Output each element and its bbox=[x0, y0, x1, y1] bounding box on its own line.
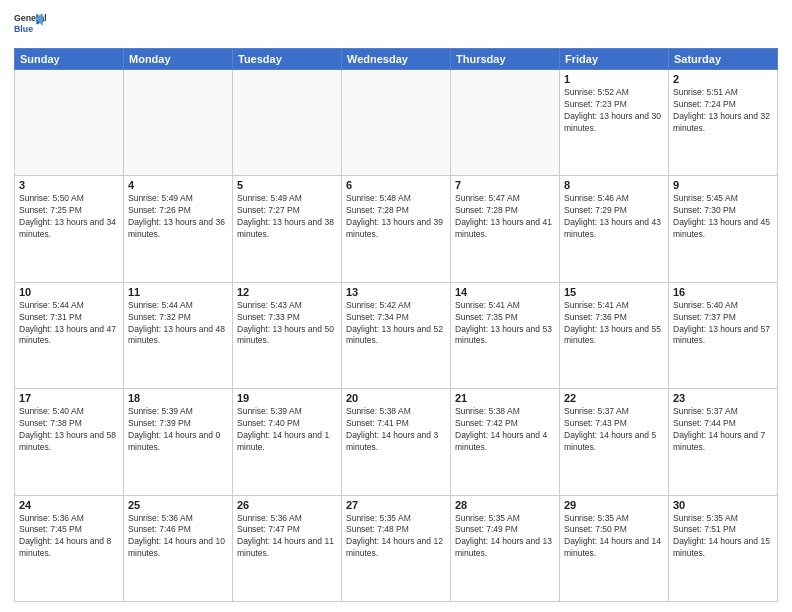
day-header-friday: Friday bbox=[560, 49, 669, 70]
calendar-cell bbox=[124, 70, 233, 176]
day-info: Sunrise: 5:39 AM Sunset: 7:39 PM Dayligh… bbox=[128, 406, 228, 454]
calendar-table: SundayMondayTuesdayWednesdayThursdayFrid… bbox=[14, 48, 778, 602]
day-number: 14 bbox=[455, 286, 555, 298]
calendar-cell: 17Sunrise: 5:40 AM Sunset: 7:38 PM Dayli… bbox=[15, 389, 124, 495]
calendar-cell: 26Sunrise: 5:36 AM Sunset: 7:47 PM Dayli… bbox=[233, 495, 342, 601]
day-number: 15 bbox=[564, 286, 664, 298]
calendar-cell: 13Sunrise: 5:42 AM Sunset: 7:34 PM Dayli… bbox=[342, 282, 451, 388]
day-info: Sunrise: 5:39 AM Sunset: 7:40 PM Dayligh… bbox=[237, 406, 337, 454]
day-number: 7 bbox=[455, 179, 555, 191]
week-row-1: 3Sunrise: 5:50 AM Sunset: 7:25 PM Daylig… bbox=[15, 176, 778, 282]
calendar-cell: 9Sunrise: 5:45 AM Sunset: 7:30 PM Daylig… bbox=[669, 176, 778, 282]
day-info: Sunrise: 5:35 AM Sunset: 7:48 PM Dayligh… bbox=[346, 513, 446, 561]
day-info: Sunrise: 5:52 AM Sunset: 7:23 PM Dayligh… bbox=[564, 87, 664, 135]
calendar-cell: 18Sunrise: 5:39 AM Sunset: 7:39 PM Dayli… bbox=[124, 389, 233, 495]
day-info: Sunrise: 5:37 AM Sunset: 7:44 PM Dayligh… bbox=[673, 406, 773, 454]
day-info: Sunrise: 5:44 AM Sunset: 7:31 PM Dayligh… bbox=[19, 300, 119, 348]
day-header-wednesday: Wednesday bbox=[342, 49, 451, 70]
day-number: 27 bbox=[346, 499, 446, 511]
day-number: 28 bbox=[455, 499, 555, 511]
day-info: Sunrise: 5:35 AM Sunset: 7:51 PM Dayligh… bbox=[673, 513, 773, 561]
day-info: Sunrise: 5:49 AM Sunset: 7:27 PM Dayligh… bbox=[237, 193, 337, 241]
day-number: 30 bbox=[673, 499, 773, 511]
calendar-cell: 1Sunrise: 5:52 AM Sunset: 7:23 PM Daylig… bbox=[560, 70, 669, 176]
day-number: 29 bbox=[564, 499, 664, 511]
day-info: Sunrise: 5:41 AM Sunset: 7:35 PM Dayligh… bbox=[455, 300, 555, 348]
day-number: 5 bbox=[237, 179, 337, 191]
day-info: Sunrise: 5:50 AM Sunset: 7:25 PM Dayligh… bbox=[19, 193, 119, 241]
day-info: Sunrise: 5:41 AM Sunset: 7:36 PM Dayligh… bbox=[564, 300, 664, 348]
calendar-cell bbox=[15, 70, 124, 176]
day-info: Sunrise: 5:35 AM Sunset: 7:50 PM Dayligh… bbox=[564, 513, 664, 561]
day-info: Sunrise: 5:43 AM Sunset: 7:33 PM Dayligh… bbox=[237, 300, 337, 348]
day-info: Sunrise: 5:40 AM Sunset: 7:38 PM Dayligh… bbox=[19, 406, 119, 454]
day-number: 19 bbox=[237, 392, 337, 404]
day-number: 17 bbox=[19, 392, 119, 404]
day-info: Sunrise: 5:49 AM Sunset: 7:26 PM Dayligh… bbox=[128, 193, 228, 241]
day-number: 12 bbox=[237, 286, 337, 298]
day-header-saturday: Saturday bbox=[669, 49, 778, 70]
calendar-cell: 11Sunrise: 5:44 AM Sunset: 7:32 PM Dayli… bbox=[124, 282, 233, 388]
day-info: Sunrise: 5:47 AM Sunset: 7:28 PM Dayligh… bbox=[455, 193, 555, 241]
day-number: 22 bbox=[564, 392, 664, 404]
day-header-tuesday: Tuesday bbox=[233, 49, 342, 70]
calendar-cell: 30Sunrise: 5:35 AM Sunset: 7:51 PM Dayli… bbox=[669, 495, 778, 601]
week-row-4: 24Sunrise: 5:36 AM Sunset: 7:45 PM Dayli… bbox=[15, 495, 778, 601]
calendar-cell: 19Sunrise: 5:39 AM Sunset: 7:40 PM Dayli… bbox=[233, 389, 342, 495]
calendar-cell bbox=[233, 70, 342, 176]
logo: GeneralBlue bbox=[14, 10, 46, 42]
day-info: Sunrise: 5:36 AM Sunset: 7:45 PM Dayligh… bbox=[19, 513, 119, 561]
day-number: 20 bbox=[346, 392, 446, 404]
day-info: Sunrise: 5:36 AM Sunset: 7:47 PM Dayligh… bbox=[237, 513, 337, 561]
day-number: 25 bbox=[128, 499, 228, 511]
day-number: 13 bbox=[346, 286, 446, 298]
calendar-cell: 4Sunrise: 5:49 AM Sunset: 7:26 PM Daylig… bbox=[124, 176, 233, 282]
calendar-cell: 25Sunrise: 5:36 AM Sunset: 7:46 PM Dayli… bbox=[124, 495, 233, 601]
calendar-cell: 14Sunrise: 5:41 AM Sunset: 7:35 PM Dayli… bbox=[451, 282, 560, 388]
day-info: Sunrise: 5:35 AM Sunset: 7:49 PM Dayligh… bbox=[455, 513, 555, 561]
calendar-cell: 21Sunrise: 5:38 AM Sunset: 7:42 PM Dayli… bbox=[451, 389, 560, 495]
day-number: 21 bbox=[455, 392, 555, 404]
calendar-cell: 8Sunrise: 5:46 AM Sunset: 7:29 PM Daylig… bbox=[560, 176, 669, 282]
day-number: 18 bbox=[128, 392, 228, 404]
calendar-cell: 16Sunrise: 5:40 AM Sunset: 7:37 PM Dayli… bbox=[669, 282, 778, 388]
calendar-cell bbox=[451, 70, 560, 176]
days-header-row: SundayMondayTuesdayWednesdayThursdayFrid… bbox=[15, 49, 778, 70]
day-header-sunday: Sunday bbox=[15, 49, 124, 70]
day-info: Sunrise: 5:48 AM Sunset: 7:28 PM Dayligh… bbox=[346, 193, 446, 241]
day-number: 24 bbox=[19, 499, 119, 511]
day-info: Sunrise: 5:44 AM Sunset: 7:32 PM Dayligh… bbox=[128, 300, 228, 348]
day-number: 11 bbox=[128, 286, 228, 298]
day-info: Sunrise: 5:51 AM Sunset: 7:24 PM Dayligh… bbox=[673, 87, 773, 135]
calendar-cell: 20Sunrise: 5:38 AM Sunset: 7:41 PM Dayli… bbox=[342, 389, 451, 495]
day-number: 3 bbox=[19, 179, 119, 191]
calendar-cell: 3Sunrise: 5:50 AM Sunset: 7:25 PM Daylig… bbox=[15, 176, 124, 282]
calendar-cell: 2Sunrise: 5:51 AM Sunset: 7:24 PM Daylig… bbox=[669, 70, 778, 176]
calendar-cell bbox=[342, 70, 451, 176]
calendar-cell: 10Sunrise: 5:44 AM Sunset: 7:31 PM Dayli… bbox=[15, 282, 124, 388]
calendar-cell: 6Sunrise: 5:48 AM Sunset: 7:28 PM Daylig… bbox=[342, 176, 451, 282]
day-info: Sunrise: 5:37 AM Sunset: 7:43 PM Dayligh… bbox=[564, 406, 664, 454]
calendar-cell: 5Sunrise: 5:49 AM Sunset: 7:27 PM Daylig… bbox=[233, 176, 342, 282]
day-number: 16 bbox=[673, 286, 773, 298]
calendar-body: 1Sunrise: 5:52 AM Sunset: 7:23 PM Daylig… bbox=[15, 70, 778, 602]
day-info: Sunrise: 5:45 AM Sunset: 7:30 PM Dayligh… bbox=[673, 193, 773, 241]
calendar-cell: 27Sunrise: 5:35 AM Sunset: 7:48 PM Dayli… bbox=[342, 495, 451, 601]
calendar-cell: 23Sunrise: 5:37 AM Sunset: 7:44 PM Dayli… bbox=[669, 389, 778, 495]
week-row-0: 1Sunrise: 5:52 AM Sunset: 7:23 PM Daylig… bbox=[15, 70, 778, 176]
day-number: 26 bbox=[237, 499, 337, 511]
day-number: 2 bbox=[673, 73, 773, 85]
calendar-cell: 24Sunrise: 5:36 AM Sunset: 7:45 PM Dayli… bbox=[15, 495, 124, 601]
page: GeneralBlue SundayMondayTuesdayWednesday… bbox=[0, 0, 792, 612]
calendar-cell: 12Sunrise: 5:43 AM Sunset: 7:33 PM Dayli… bbox=[233, 282, 342, 388]
day-number: 4 bbox=[128, 179, 228, 191]
svg-text:Blue: Blue bbox=[14, 24, 33, 34]
calendar-cell: 7Sunrise: 5:47 AM Sunset: 7:28 PM Daylig… bbox=[451, 176, 560, 282]
header: GeneralBlue bbox=[14, 10, 778, 42]
calendar-cell: 29Sunrise: 5:35 AM Sunset: 7:50 PM Dayli… bbox=[560, 495, 669, 601]
logo-icon: GeneralBlue bbox=[14, 10, 46, 42]
day-number: 9 bbox=[673, 179, 773, 191]
day-number: 6 bbox=[346, 179, 446, 191]
day-info: Sunrise: 5:46 AM Sunset: 7:29 PM Dayligh… bbox=[564, 193, 664, 241]
day-info: Sunrise: 5:42 AM Sunset: 7:34 PM Dayligh… bbox=[346, 300, 446, 348]
